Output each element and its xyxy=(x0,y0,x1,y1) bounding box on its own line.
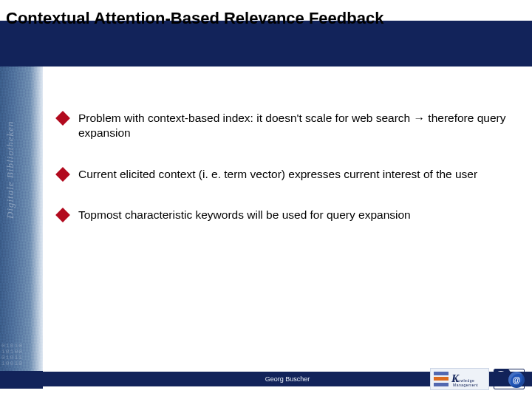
sidebar-texture xyxy=(0,66,43,371)
diamond-bullet-icon xyxy=(55,208,70,223)
diamond-bullet-icon xyxy=(55,111,70,126)
bullet-text: Topmost characteristic keywords will be … xyxy=(78,208,511,222)
content-area: Problem with context-based index: it doe… xyxy=(58,111,511,249)
sidebar-cap xyxy=(0,371,43,389)
footer-author: Georg Buscher xyxy=(265,375,310,383)
bullet-item: Topmost characteristic keywords will be … xyxy=(58,208,511,222)
bullet-item: Current elicited context (i. e. term vec… xyxy=(58,167,511,182)
at-symbol: @ xyxy=(508,375,525,384)
km-logo-subtext: Knowledge Management xyxy=(453,378,488,387)
bullet-text: Problem with context-based index: it doe… xyxy=(78,111,511,140)
dfki-logo: @ xyxy=(494,369,525,389)
bullet-text: Current elicited context (i. e. term vec… xyxy=(78,167,511,182)
slide: Contextual Attention-Based Relevance Fee… xyxy=(0,0,532,399)
km-logo-bars-icon xyxy=(434,372,449,386)
km-logo: K Knowledge Management xyxy=(430,368,489,390)
bullet-item: Problem with context-based index: it doe… xyxy=(58,111,511,140)
logo-area: K Knowledge Management @ xyxy=(430,366,525,392)
dfki-globe-icon: @ xyxy=(508,372,525,388)
slide-title: Contextual Attention-Based Relevance Fee… xyxy=(6,9,526,28)
diamond-bullet-icon xyxy=(55,167,70,182)
sidebar-binary-text: 01010 10100 01011 10010 xyxy=(1,343,23,366)
sidebar-graphic: Digitale Bibliotheken 01010 10100 01011 … xyxy=(0,66,43,371)
sidebar-vertical-text: Digitale Bibliotheken xyxy=(4,120,16,219)
